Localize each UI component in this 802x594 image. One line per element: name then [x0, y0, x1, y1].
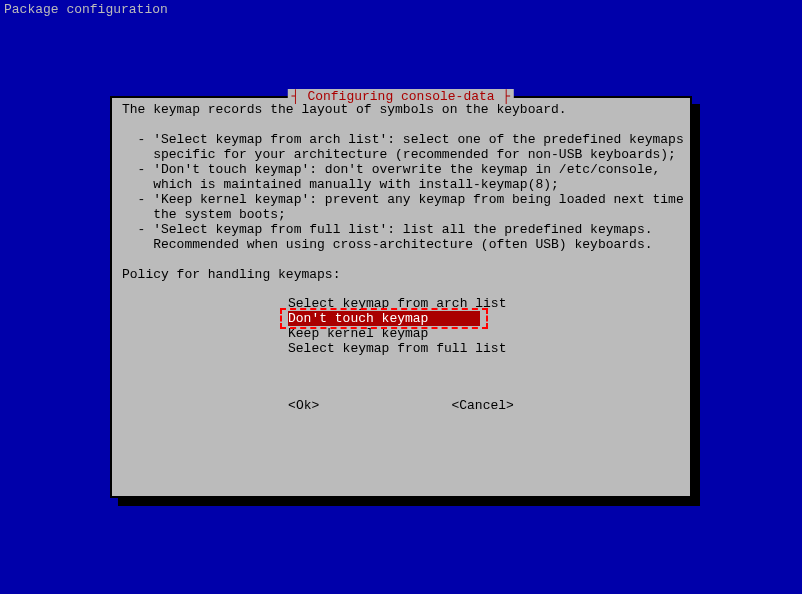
option-select-full-list[interactable]: Select keymap from full list: [288, 341, 506, 356]
cancel-button[interactable]: <Cancel>: [451, 398, 513, 413]
ok-button[interactable]: <Ok>: [288, 398, 319, 413]
option-keep-kernel-keymap[interactable]: Keep kernel keymap: [288, 326, 428, 341]
dialog-description: The keymap records the layout of symbols…: [122, 102, 680, 282]
option-select-arch-list[interactable]: Select keymap from arch list: [288, 296, 506, 311]
dialog-title: ┤ Configuring console-data ├: [288, 89, 514, 104]
page-header: Package configuration: [0, 0, 802, 19]
option-dont-touch-keymap[interactable]: Don't touch keymap: [288, 311, 480, 326]
dialog-content: The keymap records the layout of symbols…: [112, 98, 690, 417]
options-list: Select keymap from arch list Don't touch…: [288, 296, 680, 356]
dialog-buttons: <Ok> <Cancel>: [122, 398, 680, 413]
config-dialog: ┤ Configuring console-data ├ The keymap …: [110, 96, 692, 498]
